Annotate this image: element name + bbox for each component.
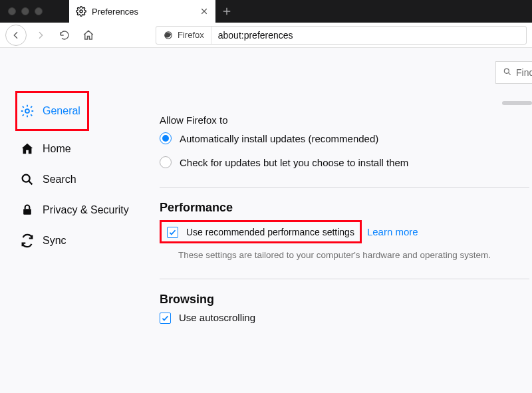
performance-title: Performance — [160, 201, 529, 215]
svg-point-2 — [25, 109, 29, 113]
gear-icon — [20, 104, 35, 118]
section-separator — [160, 279, 529, 279]
reload-button[interactable] — [55, 25, 74, 45]
url-text: about:preferences — [211, 30, 300, 41]
sidebar-item-label: Search — [43, 174, 76, 186]
learn-more-link[interactable]: Learn more — [367, 226, 418, 237]
checkbox-autoscroll[interactable] — [160, 313, 171, 324]
radio-icon — [160, 156, 172, 168]
updates-heading: Allow Firefox to — [160, 114, 529, 126]
window-titlebar: Preferences — [0, 0, 532, 23]
radio-label: Automatically install updates (recommend… — [180, 133, 378, 144]
search-icon — [503, 67, 512, 78]
preferences-sidebar: General Home Search Privacy & Security — [0, 48, 160, 393]
firefox-icon — [163, 30, 174, 41]
home-button[interactable] — [78, 25, 98, 45]
home-icon — [20, 142, 35, 156]
scrollbar-thumb[interactable] — [502, 101, 532, 105]
sidebar-item-home[interactable]: Home — [20, 134, 160, 164]
gear-icon — [76, 6, 86, 17]
update-option-auto[interactable]: Automatically install updates (recommend… — [160, 132, 529, 144]
performance-description: These settings are tailored to your comp… — [178, 250, 529, 260]
sidebar-item-sync[interactable]: Sync — [20, 225, 160, 256]
checkbox-label: Use recommended performance settings — [186, 227, 354, 237]
tab-title: Preferences — [92, 7, 194, 17]
annotation-highlight: Use recommended performance settings — [160, 220, 362, 243]
find-placeholder: Find — [516, 67, 532, 78]
back-button[interactable] — [5, 25, 27, 46]
site-identity[interactable]: Firefox — [156, 27, 211, 44]
new-tab-button[interactable] — [215, 0, 238, 23]
browsing-group: Browsing Use autoscrolling — [160, 293, 529, 323]
annotation-highlight: General — [15, 91, 89, 131]
preferences-page: General Home Search Privacy & Security — [0, 48, 532, 393]
lock-icon — [20, 203, 35, 217]
sidebar-item-search[interactable]: Search — [20, 164, 160, 195]
sidebar-item-label: Sync — [43, 235, 66, 247]
radio-icon — [160, 132, 172, 144]
sync-icon — [20, 233, 35, 248]
svg-point-5 — [504, 68, 509, 73]
checkbox-use-recommended[interactable] — [167, 227, 178, 238]
browsing-autoscroll[interactable]: Use autoscrolling — [160, 312, 529, 323]
sidebar-item-privacy[interactable]: Privacy & Security — [20, 195, 160, 225]
window-minimize-button[interactable] — [21, 7, 29, 15]
window-zoom-button[interactable] — [35, 7, 43, 15]
update-option-check[interactable]: Check for updates but let you choose to … — [160, 156, 529, 168]
window-close-button[interactable] — [8, 7, 16, 15]
navigation-toolbar: Firefox about:preferences — [0, 23, 532, 48]
browser-tab-preferences[interactable]: Preferences — [69, 0, 215, 23]
preferences-content: Find Allow Firefox to Automatically inst… — [160, 48, 532, 393]
svg-point-3 — [23, 175, 30, 182]
sidebar-item-label: General — [43, 105, 80, 117]
window-controls — [0, 0, 69, 23]
sidebar-item-label: Home — [43, 143, 71, 155]
sidebar-item-label: Privacy & Security — [43, 204, 129, 216]
section-separator — [160, 187, 529, 188]
address-bar[interactable]: Firefox about:preferences — [156, 26, 527, 45]
browsing-title: Browsing — [160, 293, 529, 307]
identity-label: Firefox — [178, 30, 204, 40]
performance-group: Performance Use recommended performance … — [160, 201, 529, 260]
radio-label: Check for updates but let you choose to … — [180, 157, 408, 168]
search-icon — [20, 172, 35, 187]
checkbox-label: Use autoscrolling — [179, 312, 255, 323]
updates-group: Allow Firefox to Automatically install u… — [160, 114, 529, 168]
svg-rect-4 — [23, 209, 31, 214]
tab-close-button[interactable] — [200, 7, 209, 16]
find-in-preferences[interactable]: Find — [495, 61, 532, 84]
forward-button[interactable] — [31, 25, 51, 45]
sidebar-item-general[interactable]: General — [20, 96, 80, 126]
